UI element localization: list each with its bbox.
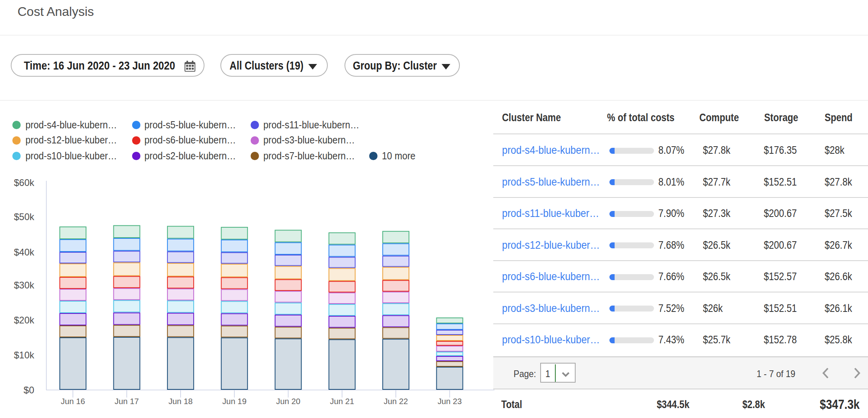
svg-text:Jun 20: Jun 20 (276, 397, 300, 406)
svg-text:Jun 22: Jun 22 (384, 397, 408, 406)
svg-text:$30k: $30k (14, 280, 35, 290)
svg-text:$10k: $10k (14, 350, 35, 360)
svg-text:$0: $0 (23, 385, 34, 395)
svg-text:$50k: $50k (14, 211, 35, 222)
svg-text:Jun 19: Jun 19 (222, 397, 247, 406)
svg-text:Jun 17: Jun 17 (115, 397, 139, 406)
svg-text:Jun 23: Jun 23 (438, 397, 462, 406)
svg-text:Jun 16: Jun 16 (61, 397, 85, 406)
svg-text:$40k: $40k (14, 247, 35, 257)
svg-text:$20k: $20k (14, 315, 35, 325)
svg-text:$60k: $60k (14, 177, 35, 188)
svg-text:Jun 18: Jun 18 (168, 397, 193, 406)
svg-text:Jun 21: Jun 21 (330, 397, 354, 406)
